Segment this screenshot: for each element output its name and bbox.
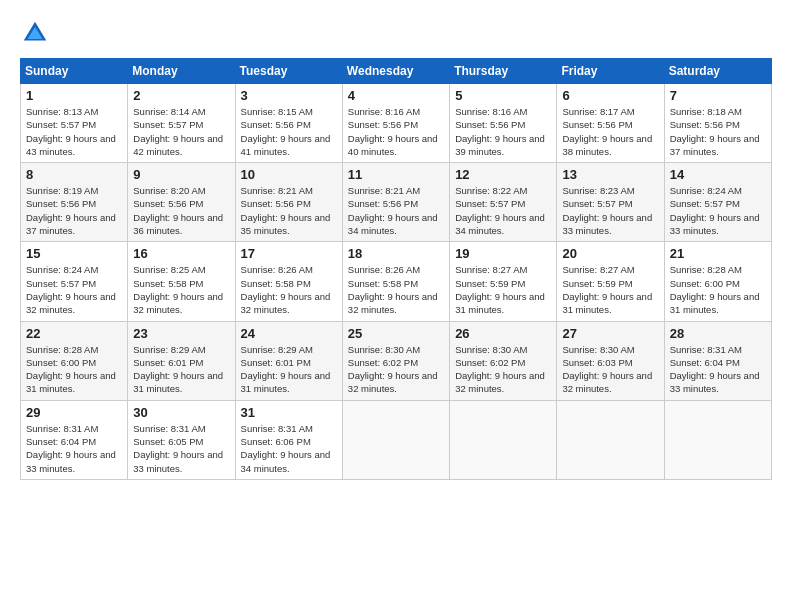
day-number: 13 (562, 167, 658, 182)
day-info: Sunrise: 8:14 AM Sunset: 5:57 PM Dayligh… (133, 105, 229, 158)
logo (20, 18, 54, 48)
day-info: Sunrise: 8:28 AM Sunset: 6:00 PM Dayligh… (670, 263, 766, 316)
day-number: 5 (455, 88, 551, 103)
day-number: 14 (670, 167, 766, 182)
calendar-cell: 21 Sunrise: 8:28 AM Sunset: 6:00 PM Dayl… (664, 242, 771, 321)
calendar-cell: 22 Sunrise: 8:28 AM Sunset: 6:00 PM Dayl… (21, 321, 128, 400)
calendar-cell (342, 400, 449, 479)
day-number: 15 (26, 246, 122, 261)
weekday-header: Monday (128, 59, 235, 84)
calendar-cell: 6 Sunrise: 8:17 AM Sunset: 5:56 PM Dayli… (557, 84, 664, 163)
day-number: 12 (455, 167, 551, 182)
day-number: 20 (562, 246, 658, 261)
day-number: 21 (670, 246, 766, 261)
day-number: 16 (133, 246, 229, 261)
day-info: Sunrise: 8:21 AM Sunset: 5:56 PM Dayligh… (348, 184, 444, 237)
day-number: 9 (133, 167, 229, 182)
calendar-cell: 29 Sunrise: 8:31 AM Sunset: 6:04 PM Dayl… (21, 400, 128, 479)
calendar-cell: 16 Sunrise: 8:25 AM Sunset: 5:58 PM Dayl… (128, 242, 235, 321)
weekday-header: Wednesday (342, 59, 449, 84)
calendar-week-row: 1 Sunrise: 8:13 AM Sunset: 5:57 PM Dayli… (21, 84, 772, 163)
day-number: 4 (348, 88, 444, 103)
weekday-header: Saturday (664, 59, 771, 84)
weekday-header: Friday (557, 59, 664, 84)
calendar-cell: 12 Sunrise: 8:22 AM Sunset: 5:57 PM Dayl… (450, 163, 557, 242)
day-info: Sunrise: 8:31 AM Sunset: 6:06 PM Dayligh… (241, 422, 337, 475)
day-number: 24 (241, 326, 337, 341)
day-info: Sunrise: 8:20 AM Sunset: 5:56 PM Dayligh… (133, 184, 229, 237)
day-info: Sunrise: 8:31 AM Sunset: 6:04 PM Dayligh… (670, 343, 766, 396)
day-info: Sunrise: 8:31 AM Sunset: 6:05 PM Dayligh… (133, 422, 229, 475)
calendar-cell: 28 Sunrise: 8:31 AM Sunset: 6:04 PM Dayl… (664, 321, 771, 400)
calendar-cell: 14 Sunrise: 8:24 AM Sunset: 5:57 PM Dayl… (664, 163, 771, 242)
day-info: Sunrise: 8:29 AM Sunset: 6:01 PM Dayligh… (133, 343, 229, 396)
weekday-header: Thursday (450, 59, 557, 84)
day-info: Sunrise: 8:27 AM Sunset: 5:59 PM Dayligh… (455, 263, 551, 316)
day-number: 31 (241, 405, 337, 420)
calendar-cell: 23 Sunrise: 8:29 AM Sunset: 6:01 PM Dayl… (128, 321, 235, 400)
day-info: Sunrise: 8:29 AM Sunset: 6:01 PM Dayligh… (241, 343, 337, 396)
day-number: 29 (26, 405, 122, 420)
calendar-cell: 2 Sunrise: 8:14 AM Sunset: 5:57 PM Dayli… (128, 84, 235, 163)
page: SundayMondayTuesdayWednesdayThursdayFrid… (0, 0, 792, 612)
day-number: 19 (455, 246, 551, 261)
calendar-cell: 25 Sunrise: 8:30 AM Sunset: 6:02 PM Dayl… (342, 321, 449, 400)
day-info: Sunrise: 8:15 AM Sunset: 5:56 PM Dayligh… (241, 105, 337, 158)
logo-icon (20, 18, 50, 48)
day-number: 22 (26, 326, 122, 341)
day-number: 17 (241, 246, 337, 261)
day-number: 3 (241, 88, 337, 103)
day-info: Sunrise: 8:30 AM Sunset: 6:03 PM Dayligh… (562, 343, 658, 396)
day-number: 11 (348, 167, 444, 182)
calendar-cell: 13 Sunrise: 8:23 AM Sunset: 5:57 PM Dayl… (557, 163, 664, 242)
calendar-cell: 19 Sunrise: 8:27 AM Sunset: 5:59 PM Dayl… (450, 242, 557, 321)
calendar-cell: 27 Sunrise: 8:30 AM Sunset: 6:03 PM Dayl… (557, 321, 664, 400)
day-number: 6 (562, 88, 658, 103)
day-info: Sunrise: 8:30 AM Sunset: 6:02 PM Dayligh… (455, 343, 551, 396)
calendar: SundayMondayTuesdayWednesdayThursdayFrid… (20, 58, 772, 480)
day-info: Sunrise: 8:16 AM Sunset: 5:56 PM Dayligh… (455, 105, 551, 158)
calendar-cell (450, 400, 557, 479)
calendar-cell: 9 Sunrise: 8:20 AM Sunset: 5:56 PM Dayli… (128, 163, 235, 242)
calendar-cell: 26 Sunrise: 8:30 AM Sunset: 6:02 PM Dayl… (450, 321, 557, 400)
day-info: Sunrise: 8:18 AM Sunset: 5:56 PM Dayligh… (670, 105, 766, 158)
calendar-cell (557, 400, 664, 479)
day-info: Sunrise: 8:28 AM Sunset: 6:00 PM Dayligh… (26, 343, 122, 396)
calendar-cell: 20 Sunrise: 8:27 AM Sunset: 5:59 PM Dayl… (557, 242, 664, 321)
day-info: Sunrise: 8:25 AM Sunset: 5:58 PM Dayligh… (133, 263, 229, 316)
day-info: Sunrise: 8:30 AM Sunset: 6:02 PM Dayligh… (348, 343, 444, 396)
day-number: 8 (26, 167, 122, 182)
calendar-cell: 11 Sunrise: 8:21 AM Sunset: 5:56 PM Dayl… (342, 163, 449, 242)
day-number: 10 (241, 167, 337, 182)
calendar-cell: 17 Sunrise: 8:26 AM Sunset: 5:58 PM Dayl… (235, 242, 342, 321)
calendar-cell: 3 Sunrise: 8:15 AM Sunset: 5:56 PM Dayli… (235, 84, 342, 163)
day-number: 25 (348, 326, 444, 341)
calendar-cell: 5 Sunrise: 8:16 AM Sunset: 5:56 PM Dayli… (450, 84, 557, 163)
day-info: Sunrise: 8:21 AM Sunset: 5:56 PM Dayligh… (241, 184, 337, 237)
day-number: 2 (133, 88, 229, 103)
weekday-header: Tuesday (235, 59, 342, 84)
day-info: Sunrise: 8:19 AM Sunset: 5:56 PM Dayligh… (26, 184, 122, 237)
calendar-cell: 30 Sunrise: 8:31 AM Sunset: 6:05 PM Dayl… (128, 400, 235, 479)
calendar-cell: 8 Sunrise: 8:19 AM Sunset: 5:56 PM Dayli… (21, 163, 128, 242)
calendar-week-row: 22 Sunrise: 8:28 AM Sunset: 6:00 PM Dayl… (21, 321, 772, 400)
day-info: Sunrise: 8:16 AM Sunset: 5:56 PM Dayligh… (348, 105, 444, 158)
calendar-cell (664, 400, 771, 479)
day-info: Sunrise: 8:13 AM Sunset: 5:57 PM Dayligh… (26, 105, 122, 158)
day-info: Sunrise: 8:24 AM Sunset: 5:57 PM Dayligh… (26, 263, 122, 316)
calendar-week-row: 15 Sunrise: 8:24 AM Sunset: 5:57 PM Dayl… (21, 242, 772, 321)
day-number: 27 (562, 326, 658, 341)
calendar-cell: 31 Sunrise: 8:31 AM Sunset: 6:06 PM Dayl… (235, 400, 342, 479)
calendar-week-row: 8 Sunrise: 8:19 AM Sunset: 5:56 PM Dayli… (21, 163, 772, 242)
calendar-cell: 4 Sunrise: 8:16 AM Sunset: 5:56 PM Dayli… (342, 84, 449, 163)
day-number: 7 (670, 88, 766, 103)
weekday-header: Sunday (21, 59, 128, 84)
calendar-week-row: 29 Sunrise: 8:31 AM Sunset: 6:04 PM Dayl… (21, 400, 772, 479)
day-info: Sunrise: 8:17 AM Sunset: 5:56 PM Dayligh… (562, 105, 658, 158)
day-number: 23 (133, 326, 229, 341)
day-info: Sunrise: 8:31 AM Sunset: 6:04 PM Dayligh… (26, 422, 122, 475)
calendar-cell: 10 Sunrise: 8:21 AM Sunset: 5:56 PM Dayl… (235, 163, 342, 242)
header (20, 18, 772, 48)
day-number: 26 (455, 326, 551, 341)
calendar-cell: 7 Sunrise: 8:18 AM Sunset: 5:56 PM Dayli… (664, 84, 771, 163)
